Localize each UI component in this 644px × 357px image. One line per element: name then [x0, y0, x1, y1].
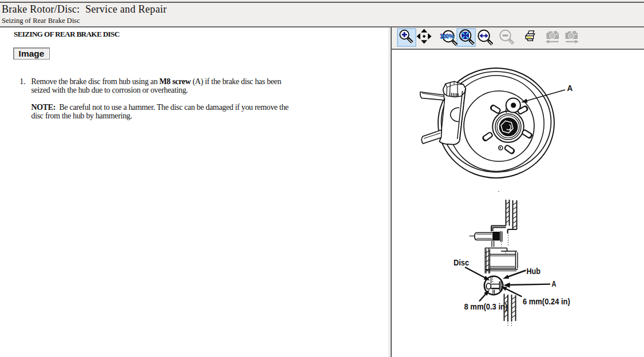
svg-text:A: A — [552, 279, 556, 288]
svg-text:100%: 100% — [440, 33, 454, 39]
svg-text:8 mm(0.3 in): 8 mm(0.3 in) — [464, 302, 508, 311]
svg-text:6 mm(0.24 in): 6 mm(0.24 in) — [523, 296, 570, 306]
svg-text:A: A — [567, 83, 573, 93]
svg-text:Hub: Hub — [527, 266, 541, 276]
svg-text:Disc: Disc — [454, 257, 469, 267]
